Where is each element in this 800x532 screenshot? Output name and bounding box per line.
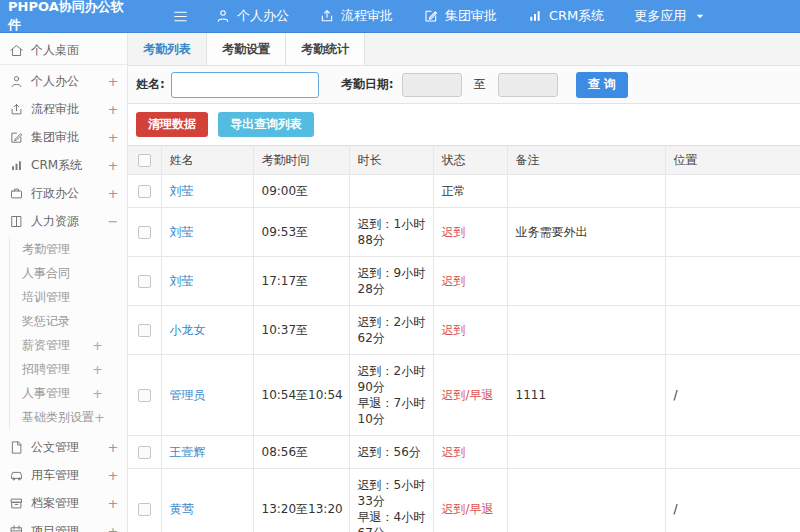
row-checkbox[interactable] <box>138 185 151 198</box>
remark-cell: 业务需要外出 <box>507 208 665 257</box>
topnav-item-label: CRM系统 <box>549 7 604 25</box>
sidebar-subitem[interactable]: 考勤管理 <box>10 237 127 261</box>
employee-name-link[interactable]: 刘莹 <box>170 184 194 198</box>
employee-name-link[interactable]: 黄莺 <box>170 502 194 516</box>
sidebar: 个人桌面个人办公+流程审批+集团审批+CRM系统+行政办公+人力资源−考勤管理人… <box>0 33 128 532</box>
attendance-time-cell: 09:53至 <box>253 208 349 257</box>
sidebar-item[interactable]: 集团审批+ <box>0 123 127 151</box>
row-checkbox[interactable] <box>138 446 151 459</box>
sidebar-subitem[interactable]: 薪资管理+ <box>10 333 127 357</box>
employee-name-link[interactable]: 刘莹 <box>170 225 194 239</box>
filter-bar: 姓名: 考勤日期: 至 查 询 <box>128 66 800 104</box>
app-logo: PHPOA协同办公软件 <box>0 0 128 34</box>
sidebar-item[interactable]: 公文管理+ <box>0 433 127 461</box>
sidebar-item[interactable]: 个人桌面 <box>0 37 127 65</box>
employee-name-link[interactable]: 小龙女 <box>170 323 206 337</box>
sidebar-submenu: 考勤管理人事合同培训管理奖惩记录薪资管理+招聘管理+人事管理+基础类别设置+ <box>9 237 127 429</box>
sidebar-item[interactable]: 项目管理+ <box>0 517 127 532</box>
menu-toggle-button[interactable] <box>172 8 189 25</box>
duration-line: 早退：7小时10分 <box>358 395 427 427</box>
date-from-input[interactable] <box>402 73 462 97</box>
topnav-item[interactable]: 集团审批 <box>423 7 497 25</box>
sidebar-item-label: 行政办公 <box>31 185 107 202</box>
table-row: 小龙女10:37至迟到：2小时62分迟到 <box>128 306 800 355</box>
row-checkbox[interactable] <box>138 324 151 337</box>
attendance-time-cell: 08:56至 <box>253 436 349 469</box>
topnav-item[interactable]: 个人办公 <box>215 7 289 25</box>
sidebar-item[interactable]: 用车管理+ <box>0 461 127 489</box>
sidebar-subitem[interactable]: 招聘管理+ <box>10 357 127 381</box>
status-cell: 迟到/早退 <box>433 355 507 436</box>
remark-cell <box>507 175 665 208</box>
topnav-item-label: 流程审批 <box>341 7 393 25</box>
duration-cell <box>349 175 433 208</box>
status-cell: 正常 <box>433 175 507 208</box>
employee-name-link[interactable]: 刘莹 <box>170 274 194 288</box>
employee-name-link[interactable]: 管理员 <box>170 388 206 402</box>
expand-toggle-icon: + <box>94 410 105 425</box>
sidebar-subitem[interactable]: 基础类别设置+ <box>10 405 127 429</box>
sidebar-item-label: 项目管理 <box>31 523 107 532</box>
topnav-item[interactable]: 流程审批 <box>319 7 393 25</box>
status-badge: 正常 <box>442 184 466 198</box>
attendance-time-cell: 13:20至13:20 <box>253 469 349 532</box>
sidebar-item[interactable]: 流程审批+ <box>0 95 127 123</box>
employee-name-link[interactable]: 王壹辉 <box>170 445 206 459</box>
export-list-button[interactable]: 导出查询列表 <box>218 112 314 137</box>
sidebar-item[interactable]: CRM系统+ <box>0 151 127 179</box>
clean-data-button[interactable]: 清理数据 <box>136 112 208 137</box>
date-filter-label: 考勤日期: <box>341 76 394 93</box>
remark-cell: 1111 <box>507 355 665 436</box>
sidebar-subitem[interactable]: 奖惩记录 <box>10 309 127 333</box>
location-cell <box>665 436 800 469</box>
table-row: 刘莹09:53至迟到：1小时88分迟到业务需要外出 <box>128 208 800 257</box>
duration-cell: 迟到：56分 <box>349 436 433 469</box>
duration-line: 迟到：9小时28分 <box>358 265 427 297</box>
tab-inactive[interactable]: 考勤设置 <box>207 33 286 65</box>
row-checkbox[interactable] <box>138 389 151 402</box>
expand-toggle-icon: + <box>92 362 103 377</box>
user-icon <box>215 8 231 24</box>
home-icon <box>9 43 24 58</box>
select-all-checkbox[interactable] <box>138 154 151 167</box>
column-header: 考勤时间 <box>253 146 349 175</box>
duration-line: 迟到：2小时90分 <box>358 363 427 395</box>
tab-bar: 考勤列表考勤设置考勤统计 <box>128 33 800 66</box>
tab-inactive[interactable]: 考勤统计 <box>286 33 365 65</box>
row-checkbox[interactable] <box>138 226 151 239</box>
sidebar-subitem[interactable]: 人事合同 <box>10 261 127 285</box>
sidebar-subitem-label: 基础类别设置 <box>22 409 94 426</box>
top-nav-menu: 个人办公流程审批集团审批CRM系统更多应用 <box>215 7 738 25</box>
doc-icon <box>9 440 24 455</box>
sidebar-subitem-label: 人事合同 <box>22 265 103 282</box>
attendance-time-cell: 17:17至 <box>253 257 349 306</box>
sidebar-item-label: 流程审批 <box>31 101 107 118</box>
date-to-input[interactable] <box>498 73 558 97</box>
attendance-table: 姓名考勤时间时长状态备注位置 刘莹09:00至正常刘莹09:53至迟到：1小时8… <box>128 145 800 532</box>
remark-cell <box>507 469 665 532</box>
topnav-item[interactable]: 更多应用 <box>634 7 708 25</box>
sidebar-item-label: 档案管理 <box>31 495 107 512</box>
location-cell: / <box>665 355 800 436</box>
tab-active[interactable]: 考勤列表 <box>128 33 207 65</box>
expand-toggle-icon: + <box>107 468 119 483</box>
search-button[interactable]: 查 询 <box>576 72 628 98</box>
table-row: 王壹辉08:56至迟到：56分迟到 <box>128 436 800 469</box>
name-filter-input[interactable] <box>171 72 319 98</box>
remark-cell <box>507 436 665 469</box>
sidebar-subitem[interactable]: 人事管理+ <box>10 381 127 405</box>
location-cell <box>665 175 800 208</box>
status-badge: 迟到 <box>442 323 466 337</box>
edit-icon <box>423 8 439 24</box>
sidebar-item[interactable]: 个人办公+ <box>0 67 127 95</box>
row-checkbox[interactable] <box>138 503 151 516</box>
sidebar-item[interactable]: 人力资源− <box>0 207 127 235</box>
sidebar-item[interactable]: 档案管理+ <box>0 489 127 517</box>
sidebar-item[interactable]: 行政办公+ <box>0 179 127 207</box>
share-icon <box>319 8 335 24</box>
sidebar-subitem[interactable]: 培训管理 <box>10 285 127 309</box>
sidebar-subitem-label: 招聘管理 <box>22 361 92 378</box>
sidebar-subitem-label: 人事管理 <box>22 385 92 402</box>
row-checkbox[interactable] <box>138 275 151 288</box>
topnav-item[interactable]: CRM系统 <box>527 7 604 25</box>
